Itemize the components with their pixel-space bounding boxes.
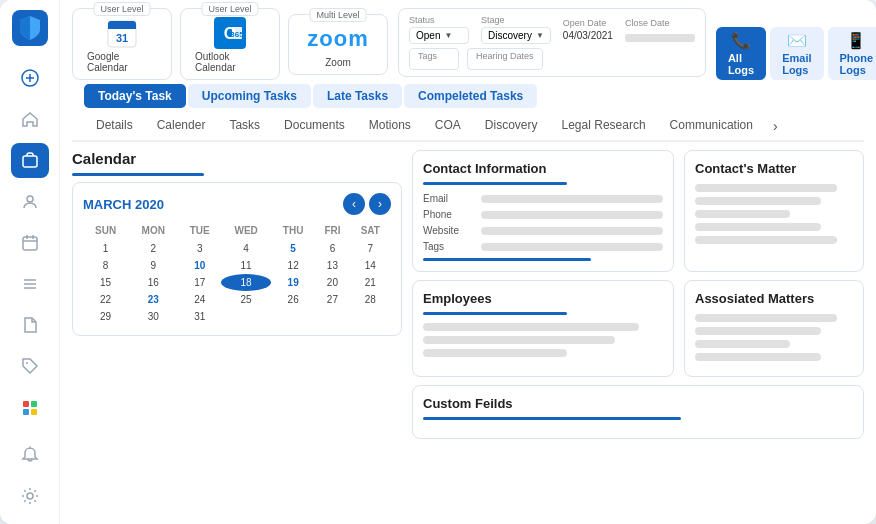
- calendar-day[interactable]: [315, 308, 350, 325]
- calendar-day[interactable]: 26: [271, 291, 315, 308]
- calendar-day[interactable]: 19: [271, 274, 315, 291]
- stage-label: Stage: [481, 15, 551, 25]
- calendar-day[interactable]: 23: [128, 291, 178, 308]
- tab-documents[interactable]: Documents: [272, 112, 357, 142]
- sidebar-item-add[interactable]: [11, 60, 49, 95]
- calendar-day[interactable]: 16: [128, 274, 178, 291]
- calendar-month: MARCH 2020: [83, 197, 164, 212]
- calendar-day[interactable]: 17: [178, 274, 221, 291]
- zoom-card[interactable]: Multi Level zoom Zoom: [288, 14, 388, 75]
- tab-completed-tasks[interactable]: Compeleted Tasks: [404, 84, 537, 108]
- tab-communication[interactable]: Communication: [658, 112, 765, 142]
- calendar-day[interactable]: 30: [128, 308, 178, 325]
- hearing-dates-box[interactable]: Hearing Dates: [467, 48, 543, 70]
- calendar-day[interactable]: 4: [221, 240, 271, 257]
- svg-rect-17: [31, 409, 37, 415]
- calendar-day[interactable]: [271, 308, 315, 325]
- email-logs-icon: ✉️: [787, 31, 807, 50]
- svg-point-13: [26, 362, 28, 364]
- custom-fields-bar: [423, 417, 681, 420]
- tab-upcoming-tasks[interactable]: Upcoming Tasks: [188, 84, 311, 108]
- calendar-day[interactable]: 1: [83, 240, 128, 257]
- calendar-day[interactable]: 21: [350, 274, 391, 291]
- main-content: User Level 31 Google Calendar User Level…: [60, 0, 876, 524]
- calendar-day[interactable]: 13: [315, 257, 350, 274]
- contact-info-bar: [423, 182, 567, 185]
- sidebar-item-settings[interactable]: [11, 479, 49, 514]
- google-calendar-card[interactable]: User Level 31 Google Calendar: [72, 8, 172, 80]
- tab-legal-research[interactable]: Legal Research: [550, 112, 658, 142]
- calendar-day[interactable]: 3: [178, 240, 221, 257]
- calendar-day[interactable]: 25: [221, 291, 271, 308]
- svg-text:31: 31: [116, 32, 128, 44]
- calendar-title: Calendar: [72, 150, 402, 167]
- calendar-day[interactable]: 15: [83, 274, 128, 291]
- calendar-day[interactable]: 2: [128, 240, 178, 257]
- tab-details[interactable]: Details: [84, 112, 145, 142]
- tab-calender[interactable]: Calender: [145, 112, 218, 142]
- calendar-day[interactable]: [221, 308, 271, 325]
- email-logs-button[interactable]: ✉️ Email Logs: [770, 27, 823, 80]
- zoom-icon: zoom: [322, 23, 354, 55]
- assoc-bar3: [695, 340, 790, 348]
- calendar-day[interactable]: 5: [271, 240, 315, 257]
- tab-discovery[interactable]: Discovery: [473, 112, 550, 142]
- open-date-value: 04/03/2021: [563, 30, 613, 41]
- contact-info-panel: Contact Information Email Phone Website: [412, 150, 674, 272]
- tab-late-tasks[interactable]: Late Tasks: [313, 84, 402, 108]
- website-field-row: Website: [423, 225, 663, 236]
- nav-more-icon[interactable]: ›: [765, 112, 786, 140]
- calendar-day[interactable]: 29: [83, 308, 128, 325]
- calendar-day[interactable]: 6: [315, 240, 350, 257]
- contact-matter-title: Contact's Matter: [695, 161, 853, 176]
- sidebar-item-grid[interactable]: [11, 390, 49, 425]
- task-tabs: Today's Task Upcoming Tasks Late Tasks C…: [72, 80, 864, 112]
- calendar-day[interactable]: 20: [315, 274, 350, 291]
- sidebar-item-documents[interactable]: [11, 308, 49, 343]
- calendar-day[interactable]: 8: [83, 257, 128, 274]
- calendar-day[interactable]: 12: [271, 257, 315, 274]
- calendar-day[interactable]: 14: [350, 257, 391, 274]
- tags-box[interactable]: Tags: [409, 48, 459, 70]
- cal-header-sat: SAT: [350, 223, 391, 240]
- calendar-prev-button[interactable]: ‹: [343, 193, 365, 215]
- calendar-day[interactable]: 7: [350, 240, 391, 257]
- sidebar-item-notifications[interactable]: [11, 437, 49, 472]
- assoc-bar4: [695, 353, 821, 361]
- tab-tasks[interactable]: Tasks: [217, 112, 272, 142]
- phone-logs-button[interactable]: 📱 Phone Logs: [828, 27, 876, 80]
- custom-fields-title: Custom Feilds: [423, 396, 853, 411]
- calendar-day[interactable]: 11: [221, 257, 271, 274]
- stage-select[interactable]: Discovery ▼: [481, 27, 551, 44]
- tab-today-task[interactable]: Today's Task: [84, 84, 186, 108]
- sidebar-item-contacts[interactable]: [11, 184, 49, 219]
- calendar-day[interactable]: 22: [83, 291, 128, 308]
- tab-motions[interactable]: Motions: [357, 112, 423, 142]
- outlook-card[interactable]: User Level O365 Outlook Calendar: [180, 8, 280, 80]
- status-panel: Status Open ▼ Stage Discovery ▼: [398, 8, 706, 77]
- svg-text:365: 365: [230, 30, 244, 39]
- svg-rect-14: [23, 401, 29, 407]
- status-select[interactable]: Open ▼: [409, 27, 469, 44]
- calendar-day[interactable]: 28: [350, 291, 391, 308]
- calendar-next-button[interactable]: ›: [369, 193, 391, 215]
- calendar-day[interactable]: 31: [178, 308, 221, 325]
- phone-value-bar: [481, 211, 663, 219]
- calendar-day[interactable]: 10: [178, 257, 221, 274]
- sidebar-item-tags[interactable]: [11, 349, 49, 384]
- calendar-day[interactable]: 9: [128, 257, 178, 274]
- sidebar-item-list[interactable]: [11, 266, 49, 301]
- tab-coa[interactable]: COA: [423, 112, 473, 142]
- tags-field-row: Tags: [423, 241, 663, 252]
- calendar-day[interactable]: 27: [315, 291, 350, 308]
- sidebar-item-cases[interactable]: [11, 143, 49, 178]
- calendar-day[interactable]: [350, 308, 391, 325]
- calendar-day[interactable]: 18: [221, 274, 271, 291]
- all-logs-button[interactable]: 📞 All Logs: [716, 27, 766, 80]
- calendar-day[interactable]: 24: [178, 291, 221, 308]
- custom-fields-panel: Custom Feilds: [412, 385, 864, 439]
- phone-label: Phone: [423, 209, 473, 220]
- sidebar-item-home[interactable]: [11, 101, 49, 136]
- emp-bar1: [423, 323, 639, 331]
- sidebar-item-calendar[interactable]: [11, 225, 49, 260]
